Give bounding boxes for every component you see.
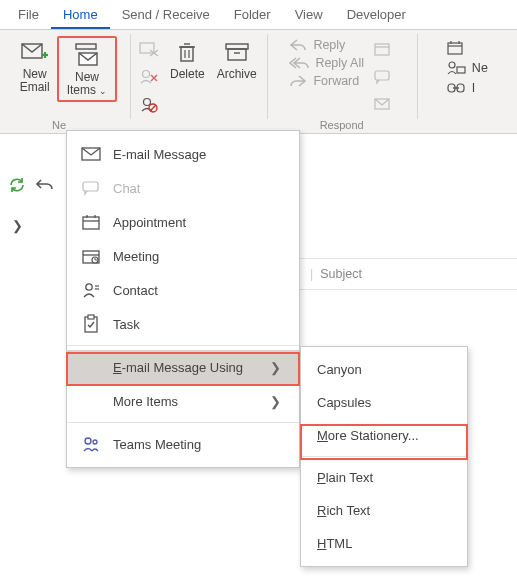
more-icon xyxy=(373,97,393,113)
menu-divider xyxy=(301,456,467,457)
menu-more-items-label: More Items xyxy=(113,394,178,409)
sendto-icon xyxy=(446,60,466,76)
svg-rect-37 xyxy=(83,217,99,229)
menu-divider xyxy=(67,422,299,423)
forward-button[interactable]: Forward xyxy=(289,74,364,88)
chevron-right-icon: ❯ xyxy=(270,394,281,409)
subject-column-header[interactable]: | Subject xyxy=(300,258,517,290)
submenu-more-stationery-label: More Stationery... xyxy=(317,428,419,443)
right-item-3-label: I xyxy=(472,81,475,95)
new-items-button[interactable]: New Items ⌄ xyxy=(61,39,114,99)
right-item-2[interactable]: Ne xyxy=(446,60,488,76)
subject-label: Subject xyxy=(320,267,362,281)
svg-point-8 xyxy=(143,71,150,78)
junk-button[interactable] xyxy=(138,94,160,116)
forward-label: Forward xyxy=(313,74,359,88)
cleanup-icon xyxy=(139,69,159,85)
tab-file[interactable]: File xyxy=(6,1,51,29)
trash-icon xyxy=(173,38,201,66)
sync-button[interactable] xyxy=(6,174,28,196)
menu-chat: Chat xyxy=(67,171,299,205)
menu-email-message[interactable]: E-mail Message xyxy=(67,137,299,171)
junk-icon xyxy=(139,97,159,113)
new-email-button[interactable]: New Email xyxy=(13,36,57,96)
svg-rect-19 xyxy=(226,44,248,49)
right-item-3[interactable]: I xyxy=(446,80,488,96)
svg-point-52 xyxy=(93,440,97,444)
menu-meeting-label: Meeting xyxy=(113,249,159,264)
archive-button[interactable]: Archive xyxy=(211,36,263,83)
mail-plus-icon xyxy=(21,38,49,66)
undo-icon xyxy=(35,177,55,193)
menu-chat-label: Chat xyxy=(113,181,140,196)
calendar-icon xyxy=(81,212,101,232)
menu-teams-label: Teams Meeting xyxy=(113,437,201,452)
submenu-html-label: HTML xyxy=(317,536,352,551)
archive-icon xyxy=(223,38,251,66)
reply-button[interactable]: Reply xyxy=(289,38,364,52)
new-items-label: New Items ⌄ xyxy=(67,71,108,97)
svg-rect-22 xyxy=(375,44,389,55)
menu-email-label: E-mail Message xyxy=(113,147,206,162)
right-item-2-label: Ne xyxy=(472,61,488,75)
reply-all-icon xyxy=(289,56,309,70)
svg-point-30 xyxy=(449,62,455,68)
menu-contact-label: Contact xyxy=(113,283,158,298)
group-delete: Delete Archive xyxy=(130,30,267,133)
submenu-canyon[interactable]: Canyon xyxy=(301,353,467,386)
submenu-rich-label: Rich Text xyxy=(317,503,370,518)
chat-icon xyxy=(81,178,101,198)
cleanup-button[interactable] xyxy=(138,66,160,88)
group-respond: Reply Reply All Forward xyxy=(267,30,417,133)
menu-email-using-label: E-mail Message Using xyxy=(113,360,243,375)
more-respond-button[interactable] xyxy=(372,94,394,116)
tab-view[interactable]: View xyxy=(283,1,335,29)
menu-appointment[interactable]: Appointment xyxy=(67,205,299,239)
undo-button[interactable] xyxy=(34,174,56,196)
sync-icon xyxy=(7,176,27,194)
email-using-submenu: Canyon Capsules More Stationery... Plain… xyxy=(300,346,468,567)
menu-more-items[interactable]: More Items ❯ xyxy=(67,384,299,418)
mail-icon xyxy=(81,144,101,164)
menu-teams-meeting[interactable]: Teams Meeting xyxy=(67,427,299,461)
group-right: Ne I xyxy=(417,30,517,133)
svg-point-46 xyxy=(86,284,92,290)
new-email-label: New Email xyxy=(20,68,50,94)
menu-task-label: Task xyxy=(113,317,140,332)
ignore-button[interactable] xyxy=(138,38,160,60)
teams-icon xyxy=(81,434,101,454)
svg-rect-50 xyxy=(88,315,94,319)
im-reply-button[interactable] xyxy=(372,66,394,88)
meeting-reply-button[interactable] xyxy=(372,38,394,60)
nav-expand[interactable]: ❯ xyxy=(6,214,28,236)
submenu-more-stationery[interactable]: More Stationery... xyxy=(301,419,467,452)
tab-send-receive[interactable]: Send / Receive xyxy=(110,1,222,29)
svg-point-51 xyxy=(85,438,91,444)
submenu-capsules-label: Capsules xyxy=(317,395,371,410)
delete-button[interactable]: Delete xyxy=(164,36,211,83)
right-item-1[interactable] xyxy=(446,40,488,56)
calendar-rule-icon xyxy=(446,40,466,56)
reply-label: Reply xyxy=(313,38,345,52)
svg-rect-3 xyxy=(76,44,96,49)
menu-meeting[interactable]: Meeting xyxy=(67,239,299,273)
menu-contact[interactable]: Contact xyxy=(67,273,299,307)
submenu-plain-text[interactable]: Plain Text xyxy=(301,461,467,494)
task-icon xyxy=(81,314,101,334)
ignore-icon xyxy=(139,41,159,57)
tab-folder[interactable]: Folder xyxy=(222,1,283,29)
submenu-capsules[interactable]: Capsules xyxy=(301,386,467,419)
reply-all-button[interactable]: Reply All xyxy=(289,56,364,70)
new-items-menu: E-mail Message Chat Appointment Meeting … xyxy=(66,130,300,468)
submenu-html[interactable]: HTML xyxy=(301,527,467,560)
ribbon: New Email New Items ⌄ Ne xyxy=(0,30,517,134)
submenu-rich-text[interactable]: Rich Text xyxy=(301,494,467,527)
tab-home[interactable]: Home xyxy=(51,1,110,29)
menu-email-using[interactable]: E-mail Message Using ❯ xyxy=(67,350,299,384)
meeting-icon xyxy=(81,246,101,266)
menu-appointment-label: Appointment xyxy=(113,215,186,230)
menu-divider xyxy=(67,345,299,346)
reply-all-label: Reply All xyxy=(315,56,364,70)
menu-task[interactable]: Task xyxy=(67,307,299,341)
tab-developer[interactable]: Developer xyxy=(335,1,418,29)
